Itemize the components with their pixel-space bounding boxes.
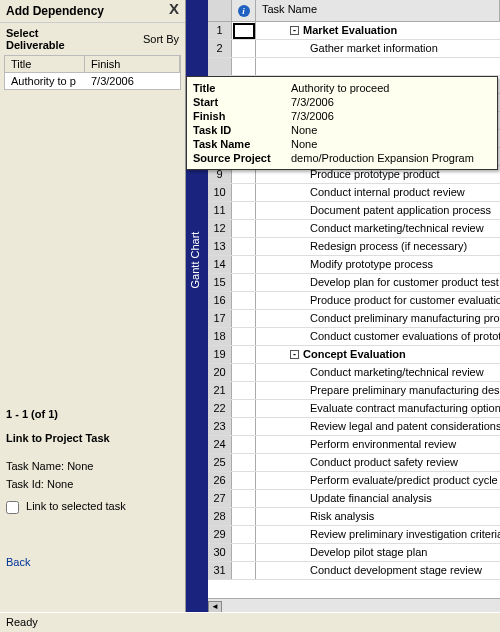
task-row-number[interactable]: 27 (208, 490, 232, 507)
task-row[interactable]: 23Review legal and patent considerations (208, 418, 500, 436)
task-name-cell[interactable]: Conduct internal product review (256, 184, 500, 201)
taskname-header[interactable]: Task Name (256, 0, 500, 21)
task-name-cell[interactable]: Conduct customer evaluations of prototyp… (256, 328, 500, 345)
task-row[interactable]: 24Perform environmental review (208, 436, 500, 454)
task-row-number[interactable]: 2 (208, 40, 232, 57)
task-row[interactable] (208, 58, 500, 76)
task-name-text: Gather market information (310, 42, 438, 54)
task-row[interactable]: 2Gather market information (208, 40, 500, 58)
task-name-cell[interactable] (256, 58, 500, 75)
task-row-number[interactable]: 19 (208, 346, 232, 363)
task-name-cell[interactable]: -Market Evaluation (256, 22, 500, 39)
close-icon[interactable]: X (169, 0, 179, 17)
task-name-cell[interactable]: Review preliminary investigation criteri… (256, 526, 500, 543)
task-row[interactable]: 12Conduct marketing/technical review (208, 220, 500, 238)
task-indicator-cell (232, 508, 256, 525)
task-name-cell[interactable]: Conduct marketing/technical review (256, 364, 500, 381)
link-taskid-value: None (47, 478, 73, 490)
task-row[interactable]: 15Develop plan for customer product test (208, 274, 500, 292)
task-row[interactable]: 17Conduct preliminary manufacturing proc… (208, 310, 500, 328)
task-row-number[interactable]: 22 (208, 400, 232, 417)
task-row[interactable]: 31Conduct development stage review (208, 562, 500, 580)
task-name-cell[interactable]: Document patent application process (256, 202, 500, 219)
link-taskid-row: Task Id: None (6, 478, 73, 490)
task-row-number[interactable]: 26 (208, 472, 232, 489)
tt-taskid-label: Task ID (193, 124, 291, 136)
task-row[interactable]: 18Conduct customer evaluations of protot… (208, 328, 500, 346)
task-row[interactable]: 21Prepare preliminary manufacturing desi… (208, 382, 500, 400)
task-row-number[interactable]: 29 (208, 526, 232, 543)
task-row[interactable]: 16Produce product for customer evaluatio… (208, 292, 500, 310)
deliverable-row[interactable]: Authority to p 7/3/2006 (5, 73, 180, 89)
task-name-cell[interactable]: Conduct marketing/technical review (256, 220, 500, 237)
task-row-number[interactable]: 30 (208, 544, 232, 561)
task-row-number[interactable]: 13 (208, 238, 232, 255)
task-row-number[interactable]: 20 (208, 364, 232, 381)
task-name-cell[interactable]: Perform environmental review (256, 436, 500, 453)
task-name-cell[interactable]: Redesign process (if necessary) (256, 238, 500, 255)
task-row-number[interactable]: 25 (208, 454, 232, 471)
task-row[interactable]: 20Conduct marketing/technical review (208, 364, 500, 382)
col-header-finish[interactable]: Finish (85, 56, 180, 72)
task-row-number[interactable]: 23 (208, 418, 232, 435)
task-row-number[interactable]: 16 (208, 292, 232, 309)
col-header-title[interactable]: Title (5, 56, 85, 72)
task-row[interactable]: 10Conduct internal product review (208, 184, 500, 202)
task-row[interactable]: 19-Concept Evaluation (208, 346, 500, 364)
task-name-cell[interactable]: Risk analysis (256, 508, 500, 525)
task-name-text: Concept Evaluation (303, 348, 406, 360)
task-name-cell[interactable]: Conduct development stage review (256, 562, 500, 579)
task-row-number[interactable]: 1 (208, 22, 232, 39)
task-row[interactable]: 29Review preliminary investigation crite… (208, 526, 500, 544)
back-link[interactable]: Back (6, 556, 30, 568)
task-indicator-cell (232, 436, 256, 453)
task-row-number[interactable]: 12 (208, 220, 232, 237)
task-name-cell[interactable]: Conduct preliminary manufacturing proces… (256, 310, 500, 327)
task-row[interactable]: 26Perform evaluate/predict product cycle (208, 472, 500, 490)
task-row[interactable]: 28Risk analysis (208, 508, 500, 526)
task-row-number[interactable]: 28 (208, 508, 232, 525)
task-name-cell[interactable]: Develop pilot stage plan (256, 544, 500, 561)
task-row[interactable]: 11Document patent application process (208, 202, 500, 220)
task-name-cell[interactable]: Produce product for customer evaluation (256, 292, 500, 309)
task-row[interactable]: 14Modify prototype process (208, 256, 500, 274)
sort-by-link[interactable]: Sort By (143, 33, 179, 45)
task-name-cell[interactable]: Evaluate contract manufacturing option (256, 400, 500, 417)
task-row-number[interactable]: 21 (208, 382, 232, 399)
task-row-number[interactable]: 11 (208, 202, 232, 219)
task-indicator-cell (232, 382, 256, 399)
task-name-cell[interactable]: Update financial analysis (256, 490, 500, 507)
task-row[interactable]: 25Conduct product safety review (208, 454, 500, 472)
indicator-header[interactable]: i (232, 0, 256, 21)
rownum-header[interactable] (208, 0, 232, 21)
task-row[interactable]: 30Develop pilot stage plan (208, 544, 500, 562)
task-row[interactable]: 22Evaluate contract manufacturing option (208, 400, 500, 418)
link-to-selected-checkbox[interactable] (6, 501, 19, 514)
task-name-cell[interactable]: Conduct product safety review (256, 454, 500, 471)
task-name-cell[interactable]: -Concept Evaluation (256, 346, 500, 363)
task-row-number[interactable]: 31 (208, 562, 232, 579)
task-row[interactable]: 27Update financial analysis (208, 490, 500, 508)
task-row-number[interactable] (208, 58, 232, 75)
task-name-cell[interactable]: Develop plan for customer product test (256, 274, 500, 291)
task-name-cell[interactable]: Prepare preliminary manufacturing design (256, 382, 500, 399)
outline-toggle-icon[interactable]: - (290, 350, 299, 359)
deliverable-grid: Title Finish Authority to p 7/3/2006 (4, 55, 181, 90)
task-name-cell[interactable]: Review legal and patent considerations (256, 418, 500, 435)
task-row-number[interactable]: 18 (208, 328, 232, 345)
task-row-number[interactable]: 14 (208, 256, 232, 273)
task-name-cell[interactable]: Modify prototype process (256, 256, 500, 273)
task-indicator-cell (232, 58, 256, 75)
task-row-number[interactable]: 24 (208, 436, 232, 453)
task-row-number[interactable]: 10 (208, 184, 232, 201)
task-name-text: Evaluate contract manufacturing option (310, 402, 500, 414)
task-name-cell[interactable]: Perform evaluate/predict product cycle (256, 472, 500, 489)
task-name-cell[interactable]: Gather market information (256, 40, 500, 57)
task-indicator-cell (232, 238, 256, 255)
outline-toggle-icon[interactable]: - (290, 26, 299, 35)
horizontal-scrollbar[interactable]: ◄ (208, 598, 500, 612)
task-row-number[interactable]: 15 (208, 274, 232, 291)
task-indicator-cell (232, 328, 256, 345)
task-row[interactable]: 13Redesign process (if necessary) (208, 238, 500, 256)
task-row-number[interactable]: 17 (208, 310, 232, 327)
